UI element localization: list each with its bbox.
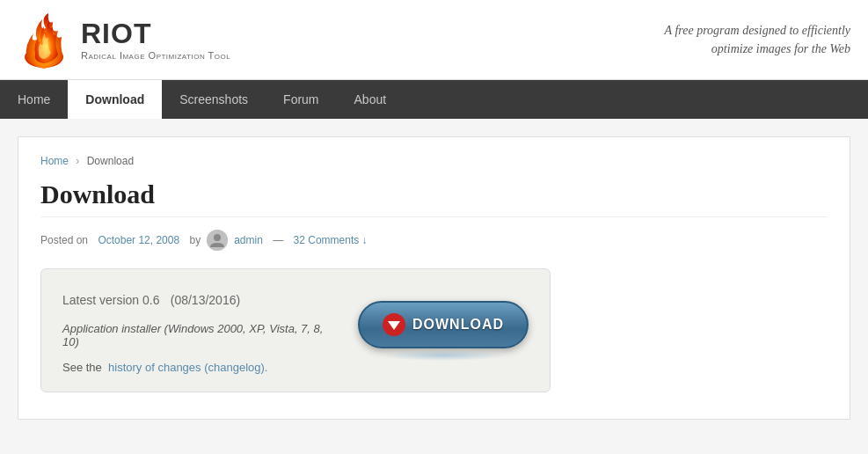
comments-link[interactable]: 32 Comments ↓ <box>294 234 368 246</box>
site-subtitle: Radical Image Optimization Tool <box>81 50 230 61</box>
site-header: RIOT Radical Image Optimization Tool A f… <box>0 0 868 80</box>
nav-item-forum[interactable]: Forum <box>266 80 336 119</box>
post-date-link[interactable]: October 12, 2008 <box>98 234 179 246</box>
logo-text: RIOT Radical Image Optimization Tool <box>81 18 230 60</box>
post-meta: Posted on October 12, 2008 by admin — 32… <box>40 230 828 251</box>
version-date: (08/13/2016) <box>171 293 240 307</box>
download-info: Latest version 0.6 (08/13/2016) Applicat… <box>62 287 340 374</box>
svg-point-2 <box>214 234 221 241</box>
version-label: Latest version 0.6 <box>62 293 160 307</box>
download-button-area: DOWNLOAD <box>358 301 529 361</box>
download-button[interactable]: DOWNLOAD <box>358 301 529 348</box>
site-tagline: A free program designed to efficiently o… <box>665 21 850 58</box>
post-separator: — <box>273 234 283 246</box>
main-content: Home › Download Download Posted on Octob… <box>0 119 868 454</box>
avatar <box>207 230 228 251</box>
download-box: Latest version 0.6 (08/13/2016) Applicat… <box>40 268 551 392</box>
breadcrumb-separator: › <box>76 155 79 167</box>
download-arrow-icon <box>383 313 405 336</box>
by-label: by <box>189 234 201 246</box>
changelog-link[interactable]: history of changes (changelog). <box>108 361 267 374</box>
button-reflection <box>382 350 505 361</box>
nav-item-about[interactable]: About <box>337 80 405 119</box>
flame-icon <box>18 9 70 70</box>
breadcrumb: Home › Download <box>40 155 828 167</box>
posted-on-label: Posted on <box>40 234 88 246</box>
logo-area: RIOT Radical Image Optimization Tool <box>18 9 230 70</box>
tagline-line2: optimize images for the Web <box>711 42 850 55</box>
content-area: Home › Download Download Posted on Octob… <box>18 136 850 420</box>
nav-item-download[interactable]: Download <box>68 80 162 119</box>
breadcrumb-current: Download <box>87 155 134 167</box>
app-installer-text: Application installer (Windows 2000, XP,… <box>62 322 340 348</box>
breadcrumb-home-link[interactable]: Home <box>40 155 69 167</box>
nav-item-screenshots[interactable]: Screenshots <box>162 80 266 119</box>
main-nav: Home Download Screenshots Forum About <box>0 80 868 119</box>
nav-item-home[interactable]: Home <box>0 80 68 119</box>
see-also-text: See the history of changes (changelog). <box>62 361 340 374</box>
page-title: Download <box>40 179 828 217</box>
download-button-label: DOWNLOAD <box>412 317 504 333</box>
version-heading: Latest version 0.6 (08/13/2016) <box>62 287 340 310</box>
tagline-line1: A free program designed to efficiently <box>665 24 850 37</box>
site-name: RIOT <box>81 18 230 49</box>
see-also-prefix: See the <box>62 361 102 374</box>
author-link[interactable]: admin <box>234 234 263 246</box>
